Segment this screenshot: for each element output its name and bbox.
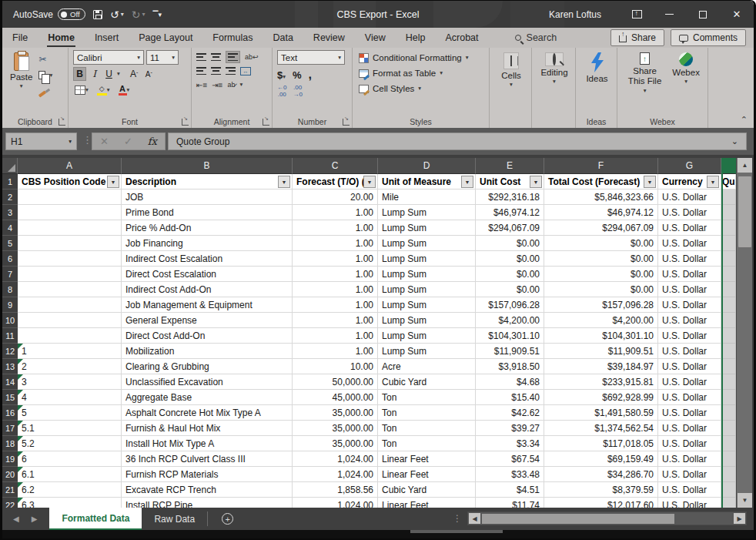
cell[interactable]: 1.00: [293, 344, 378, 359]
insert-function-button[interactable]: fx: [148, 136, 157, 147]
cell[interactable]: $4,200.00: [544, 313, 658, 328]
cell-selected[interactable]: [721, 482, 736, 498]
menu-tab-insert[interactable]: Insert: [85, 28, 129, 48]
cell[interactable]: JOB: [122, 190, 293, 205]
cell[interactable]: $4.68: [476, 374, 544, 390]
cell[interactable]: 2: [18, 359, 122, 374]
cell-selected[interactable]: [721, 236, 736, 251]
row-header[interactable]: 1: [2, 174, 18, 190]
cell[interactable]: 1.00: [293, 328, 378, 344]
cell-selected[interactable]: [721, 313, 736, 328]
cell[interactable]: U.S. Dollar: [658, 405, 721, 421]
cell[interactable]: Indirect Cost Escalation: [122, 251, 293, 267]
cell[interactable]: $11,909.51: [544, 344, 658, 359]
row-header[interactable]: 6: [2, 251, 18, 267]
fill-color-button[interactable]: ◇▾: [95, 83, 112, 97]
cell[interactable]: 10.00: [293, 359, 378, 374]
font-size-combo[interactable]: 11▾: [146, 50, 179, 65]
cell[interactable]: Lump Sum: [378, 328, 476, 344]
row-header[interactable]: 18: [2, 436, 18, 451]
cell[interactable]: Furnish RCP Materials: [122, 467, 293, 482]
cell-selected[interactable]: [721, 451, 736, 467]
cell[interactable]: $1,374,562.54: [544, 421, 658, 436]
cell[interactable]: 50,000.00: [293, 374, 378, 390]
header-cell-forecast[interactable]: Forecast (T/O) (▼: [293, 174, 378, 190]
menu-tab-data[interactable]: Data: [263, 28, 303, 48]
increase-indent-icon[interactable]: ⇥≡: [212, 81, 222, 89]
cell[interactable]: U.S. Dollar: [658, 282, 721, 297]
sheet-tab-formatted-data[interactable]: Formatted Data: [49, 508, 142, 530]
vertical-scrollbar[interactable]: ▲ ▼: [736, 158, 752, 508]
cell[interactable]: [18, 236, 122, 251]
cell[interactable]: Furnish & Haul Hot Mix: [122, 421, 293, 436]
cell-selected[interactable]: [721, 374, 736, 390]
comments-button[interactable]: Comments: [671, 29, 746, 46]
cell-selected[interactable]: [721, 359, 736, 374]
row-header[interactable]: 5: [2, 236, 18, 251]
cell[interactable]: U.S. Dollar: [658, 220, 721, 236]
row-header[interactable]: 20: [2, 467, 18, 482]
cell[interactable]: 6.1: [18, 467, 122, 482]
cell[interactable]: U.S. Dollar: [658, 236, 721, 251]
cell[interactable]: Unclassified Excavation: [122, 374, 293, 390]
format-painter-button[interactable]: [38, 84, 52, 99]
share-this-file-button[interactable]: Share This File ▾: [622, 50, 667, 96]
maximize-button[interactable]: [686, 1, 720, 28]
cell[interactable]: $11,909.51: [476, 344, 544, 359]
borders-button[interactable]: ▾: [73, 83, 90, 97]
cell[interactable]: Excavate RCP Trench: [122, 482, 293, 498]
cell[interactable]: 1.00: [293, 313, 378, 328]
cell[interactable]: U.S. Dollar: [658, 344, 721, 359]
row-header[interactable]: 16: [2, 405, 18, 421]
cell[interactable]: U.S. Dollar: [658, 421, 721, 436]
cell[interactable]: U.S. Dollar: [658, 251, 721, 267]
cell[interactable]: $233,915.81: [544, 374, 658, 390]
cell-selected[interactable]: [721, 344, 736, 359]
header-cell-unit-of-measure[interactable]: Unit of Measure▼: [378, 174, 476, 190]
cell[interactable]: $39,184.97: [544, 359, 658, 374]
cell-selected[interactable]: [721, 190, 736, 205]
column-header-a[interactable]: A: [18, 158, 122, 174]
cell[interactable]: $46,974.12: [544, 205, 658, 220]
column-header-e[interactable]: E: [476, 158, 544, 174]
cell[interactable]: U.S. Dollar: [658, 498, 721, 508]
close-button[interactable]: ✕: [720, 1, 754, 28]
cell[interactable]: U.S. Dollar: [658, 482, 721, 498]
cell[interactable]: [18, 313, 122, 328]
merge-center-icon[interactable]: ↔: [240, 67, 251, 75]
cell[interactable]: 1.00: [293, 267, 378, 282]
cell[interactable]: U.S. Dollar: [658, 390, 721, 405]
cell[interactable]: 1.00: [293, 297, 378, 313]
cell[interactable]: $5,846,323.66: [544, 190, 658, 205]
cell[interactable]: 35,000.00: [293, 421, 378, 436]
cell[interactable]: 5.1: [18, 421, 122, 436]
cell[interactable]: 1.00: [293, 236, 378, 251]
cell[interactable]: U.S. Dollar: [658, 297, 721, 313]
cell[interactable]: U.S. Dollar: [658, 328, 721, 344]
webex-button[interactable]: Webex ▾: [667, 50, 704, 96]
cell[interactable]: Mobilization: [122, 344, 293, 359]
cell[interactable]: 5: [18, 405, 122, 421]
align-left-icon[interactable]: [196, 67, 206, 75]
cell[interactable]: Lump Sum: [378, 267, 476, 282]
cell[interactable]: U.S. Dollar: [658, 190, 721, 205]
row-header[interactable]: 7: [2, 267, 18, 282]
cell[interactable]: Price % Add-On: [122, 220, 293, 236]
font-color-button[interactable]: A▾: [117, 83, 132, 97]
cell-selected[interactable]: [721, 390, 736, 405]
comma-button[interactable]: ,: [309, 68, 312, 82]
cell[interactable]: Lump Sum: [378, 297, 476, 313]
cell[interactable]: $42.62: [476, 405, 544, 421]
copy-button[interactable]: ▾: [38, 68, 52, 82]
cell[interactable]: $294,067.09: [476, 220, 544, 236]
cell[interactable]: General Expense: [122, 313, 293, 328]
column-header-f[interactable]: F: [544, 158, 658, 174]
cell[interactable]: U.S. Dollar: [658, 205, 721, 220]
undo-button[interactable]: ↺▾: [110, 8, 124, 21]
cell[interactable]: 1: [18, 344, 122, 359]
cell[interactable]: Job Management & Equipment: [122, 297, 293, 313]
bold-button[interactable]: B: [73, 67, 86, 81]
row-header[interactable]: 11: [2, 328, 18, 344]
menu-tab-acrobat[interactable]: Acrobat: [435, 28, 488, 48]
cell[interactable]: Cubic Yard: [378, 482, 476, 498]
